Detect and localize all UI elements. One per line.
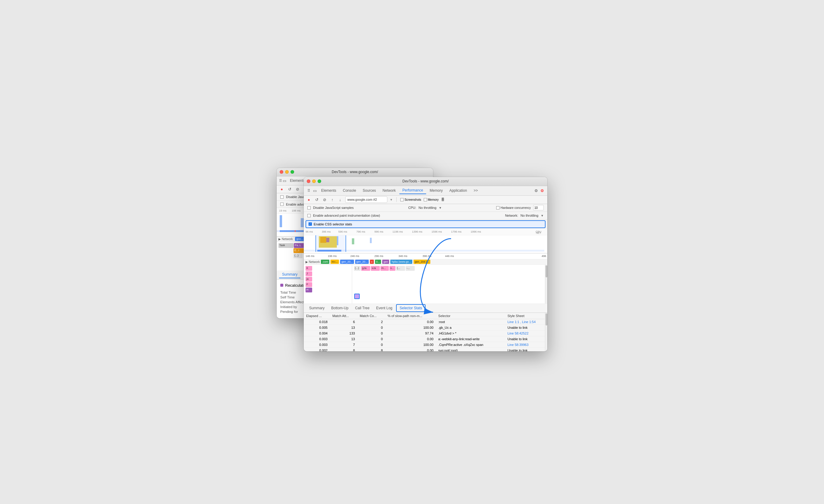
- cursor-icon-2[interactable]: ⠿: [306, 188, 312, 193]
- flame-F[interactable]: F: [306, 282, 312, 287]
- maximize-button-1[interactable]: [291, 170, 294, 174]
- table-row[interactable]: 0.004133097.74.HG1dvd > *Line 58:42522: [304, 330, 547, 336]
- titlebar-2: DevTools - www.google.com/: [304, 177, 547, 186]
- titlebar-1: DevTools - www.google.com/: [277, 168, 433, 176]
- flame-ja[interactable]: ja: [306, 277, 312, 282]
- selected-flame-cell[interactable]: [354, 294, 360, 299]
- settings-icon-2[interactable]: [533, 188, 539, 193]
- flame-cell-dot1[interactable]: (...): [294, 253, 303, 258]
- flamechart-area-2[interactable]: K J ja F H: [304, 265, 547, 304]
- disable-js-check-1[interactable]: [280, 195, 284, 199]
- col-elapsed[interactable]: Elapsed ...: [304, 313, 330, 319]
- network-dropdown-2[interactable]: ▼: [541, 214, 544, 217]
- download-icon-2[interactable]: ↓: [337, 197, 343, 202]
- cell-2-1: 133: [330, 330, 357, 336]
- table-container[interactable]: Elapsed ... Match Att... Match Co... % o…: [304, 313, 547, 351]
- col-selector[interactable]: Selector: [436, 313, 505, 319]
- hw-check-2[interactable]: [496, 206, 500, 210]
- table-row[interactable]: 0.018620.00:rootLine 1:1 , Line 1:54: [304, 319, 547, 325]
- enable-paint-check-2[interactable]: [307, 214, 311, 217]
- tab-event-log-2[interactable]: Event Log: [373, 305, 396, 311]
- col-slow-path[interactable]: % of slow-path non-m...: [385, 313, 436, 319]
- memory-check-2[interactable]: [424, 198, 427, 201]
- flame-sJa[interactable]: sJa: [371, 266, 380, 271]
- tab-call-tree-2[interactable]: Call Tree: [352, 305, 373, 311]
- scrollbar-thumb-2[interactable]: [545, 265, 547, 277]
- ruler-96ms: 96 ms: [306, 230, 313, 233]
- flame-m[interactable]: m...: [381, 266, 389, 271]
- flame-v[interactable]: v...: [390, 266, 396, 271]
- reload-icon-1[interactable]: ↺: [287, 186, 292, 192]
- table-body: 0.018620.00:rootLine 1:1 , Line 1:540.00…: [304, 319, 547, 351]
- table-row[interactable]: 0.0031300.00a:-webkit-any-link:read-writ…: [304, 336, 547, 342]
- upload-icon-2[interactable]: ↑: [330, 197, 335, 202]
- reload-icon-2[interactable]: ↺: [314, 197, 319, 202]
- col-match-att[interactable]: Match Att...: [330, 313, 357, 319]
- enable-css-selector-label: Enable CSS selector stats: [314, 222, 352, 226]
- flame-dash-1[interactable]: -...: [406, 266, 415, 271]
- col-match-co[interactable]: Match Co...: [357, 313, 385, 319]
- tab-application-2[interactable]: Application: [446, 187, 470, 194]
- tab-summary-2[interactable]: Summary: [306, 305, 327, 311]
- table-row[interactable]: 0.005130100.00.gb_Uc aUnable to link: [304, 325, 547, 330]
- network-value-2[interactable]: No throttling: [521, 214, 538, 217]
- close-button-1[interactable]: [280, 170, 283, 174]
- tab-summary-1[interactable]: Summary: [279, 271, 300, 278]
- table-row[interactable]: 0.00370100.00.CqmPRe:active .oXqZxc span…: [304, 342, 547, 348]
- net-label-ruler: NET: [536, 231, 541, 234]
- clear-icon-2[interactable]: ⊘: [322, 197, 327, 202]
- screenshots-text-2: Screenshots: [405, 198, 421, 201]
- maximize-button-2[interactable]: [318, 179, 321, 183]
- screenshots-check-2[interactable]: [400, 198, 404, 201]
- hw-concurrency-input[interactable]: [533, 205, 544, 210]
- cell-3-5: Unable to link: [505, 336, 547, 342]
- minimize-button-2[interactable]: [312, 179, 316, 183]
- minimize-button-1[interactable]: [285, 170, 289, 174]
- cell-2-5[interactable]: Line 58:42522: [505, 330, 547, 336]
- tab-bottom-up-2[interactable]: Bottom-Up: [328, 305, 351, 311]
- screenshots-label-2[interactable]: Screenshots: [400, 198, 421, 201]
- cpu-value-2[interactable]: No throttling: [419, 206, 436, 210]
- flame-cell-task-1[interactable]: Task: [279, 243, 294, 248]
- record-icon-1[interactable]: ●: [279, 186, 285, 192]
- cpu-dropdown-2[interactable]: ▼: [439, 206, 442, 210]
- cell-0-5[interactable]: Line 1:1 , Line 1:54: [505, 319, 547, 325]
- device-icon-2[interactable]: ▭: [312, 188, 318, 193]
- cursor-icon[interactable]: ⠿: [279, 178, 282, 183]
- enable-paint-check-1[interactable]: [280, 203, 284, 206]
- tab-performance-2[interactable]: Performance: [399, 187, 426, 194]
- svg-rect-16: [370, 238, 372, 243]
- clear-icon-1[interactable]: ⊘: [295, 186, 300, 192]
- device-icon[interactable]: ▭: [283, 178, 286, 183]
- disable-js-check-2[interactable]: [307, 206, 311, 210]
- flame-gJa[interactable]: gJa: [361, 266, 370, 271]
- tab-memory-2[interactable]: Memory: [427, 187, 446, 194]
- tab-selector-stats[interactable]: Selector Stats: [396, 304, 426, 312]
- enable-css-selector-check[interactable]: ✓: [309, 222, 312, 226]
- record-icon-2[interactable]: ●: [306, 197, 312, 202]
- table-row[interactable]: 0.002880.00svg:not(:root)Unable to link: [304, 348, 547, 351]
- scrollbar-v-table[interactable]: [545, 313, 547, 351]
- flame-K[interactable]: K: [306, 266, 312, 271]
- flame-J[interactable]: J: [306, 271, 312, 276]
- scrollbar-v-2[interactable]: [545, 265, 547, 303]
- cell-4-5[interactable]: Line 58:39963: [505, 342, 547, 348]
- scrollbar-thumb-table[interactable]: [545, 313, 547, 326]
- col-stylesheet[interactable]: Style Sheet: [505, 313, 547, 319]
- tab-console-2[interactable]: Console: [340, 187, 359, 194]
- tab-elements-2[interactable]: Elements: [318, 187, 339, 194]
- memory-label-2[interactable]: Memory: [424, 198, 439, 201]
- flame-dots-1[interactable]: (...): [354, 266, 360, 271]
- flame-dot2-1[interactable]: (...: [396, 266, 405, 271]
- url-bar-2[interactable]: [345, 196, 387, 203]
- flame-H[interactable]: H: [306, 288, 312, 292]
- close-button-2[interactable]: [307, 179, 310, 183]
- timeline-area-2[interactable]: [304, 235, 547, 253]
- net-pill-1: goo...: [295, 237, 304, 241]
- net-pill-2-1: .com: [321, 260, 329, 264]
- tab-sources-2[interactable]: Sources: [360, 187, 379, 194]
- more-icon-2[interactable]: ⚙: [539, 188, 545, 193]
- tab-network-2[interactable]: Network: [380, 187, 399, 194]
- url-dropdown-arrow[interactable]: ▼: [390, 198, 393, 201]
- tab-more-2[interactable]: >>: [471, 187, 481, 194]
